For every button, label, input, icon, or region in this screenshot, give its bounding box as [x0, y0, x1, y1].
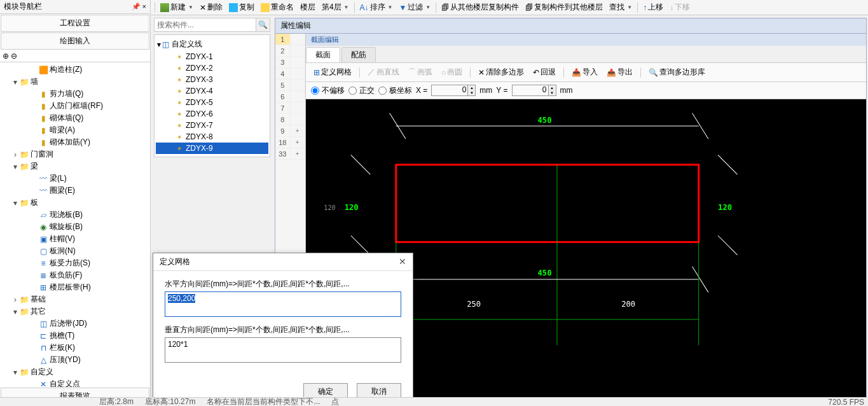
tree-item[interactable]: ▮砌体加筋(Y)	[0, 136, 150, 148]
draw-arc-button[interactable]: ⌒画弧	[406, 66, 435, 79]
nav-section-draw-input[interactable]: 绘图输入	[1, 32, 149, 50]
tree-item[interactable]: ▮人防门框墙(RF)	[0, 100, 150, 112]
tree-item[interactable]: ✕自定义点	[0, 378, 150, 387]
filter-button[interactable]: ▼过滤▼	[396, 1, 433, 14]
tree-item[interactable]: ⊞楼层板带(H)	[0, 281, 150, 293]
row-number[interactable]: 6	[275, 91, 305, 102]
draw-line-button[interactable]: ／画直线	[365, 66, 402, 79]
row-number[interactable]: 1	[275, 34, 305, 45]
comp-item[interactable]: ✶ZDYX-4	[156, 85, 268, 97]
delete-button[interactable]: ✕删除	[197, 1, 225, 14]
tree-item[interactable]: ≡板受力筋(S)	[0, 257, 150, 269]
comp-item[interactable]: ✶ZDYX-1	[156, 51, 268, 62]
tree-item[interactable]: ◫后浇带(JD)	[0, 318, 150, 330]
sort-button[interactable]: A↓排序▼	[357, 1, 396, 14]
draw-circle-button[interactable]: ○画圆	[439, 66, 465, 79]
row-number[interactable]: 18+	[275, 137, 305, 148]
tree-item[interactable]: ⊓栏板(K)	[0, 342, 150, 354]
tree-item[interactable]: ▾📁墙	[0, 76, 150, 88]
dim-top: 450	[538, 116, 552, 125]
tree-item[interactable]: ⊏挑檐(T)	[0, 330, 150, 342]
query-polygon-lib-button[interactable]: 🔍 查询多边形库	[646, 66, 708, 79]
import-button[interactable]: 📥 导入	[569, 66, 600, 79]
tree-item[interactable]: △压顶(YD)	[0, 354, 150, 366]
tree-item[interactable]: ▮剪力墙(Q)	[0, 88, 150, 100]
tree-item[interactable]: 〰梁(L)	[0, 172, 150, 185]
search-button[interactable]: 🔍	[256, 18, 270, 31]
row-number[interactable]: 9+	[275, 125, 305, 137]
export-button[interactable]: 📤 导出	[604, 66, 635, 79]
comp-item[interactable]: ✶ZDYX-6	[156, 108, 268, 120]
comp-item[interactable]: ✶ZDYX-5	[156, 97, 268, 108]
move-up-button[interactable]: ↑上移	[640, 1, 666, 14]
comp-item[interactable]: ✶ZDYX-9	[156, 143, 268, 154]
comp-item[interactable]: ✶ZDYX-3	[156, 74, 268, 85]
copy-from-icon: 🗐	[441, 3, 449, 12]
nav-section-project-settings[interactable]: 工程设置	[1, 15, 149, 32]
section-tabs: 截面 配筋	[306, 46, 866, 62]
v-spacing-input[interactable]: 120*1	[165, 337, 401, 363]
radio-polar[interactable]: 极坐标	[378, 85, 412, 96]
copy-from-floor-button[interactable]: 🗐从其他楼层复制构件	[439, 1, 521, 14]
tree-item[interactable]: ▱现浇板(B)	[0, 209, 150, 221]
x-input[interactable]: 0▲▼	[431, 85, 476, 96]
radio-no-offset[interactable]: 不偏移	[311, 85, 345, 96]
dim-split-1: 250	[467, 300, 481, 309]
row-number[interactable]: 2	[275, 45, 305, 57]
tree-item[interactable]: ▾📁其它	[0, 305, 150, 318]
row-number[interactable]: 8	[275, 114, 305, 125]
tree-item[interactable]: ›📁门窗洞	[0, 148, 150, 160]
tree-item[interactable]: 🟧构造柱(Z)	[0, 64, 150, 76]
copy-to-floor-button[interactable]: 🗐复制构件到其他楼层	[523, 1, 605, 14]
row-number[interactable]: 33+	[275, 148, 305, 160]
tree-item[interactable]: ▮砌体墙(Q)	[0, 112, 150, 124]
nav-panel-pin-close[interactable]: 📌 ×	[132, 3, 146, 11]
tree-item[interactable]: ◉螺旋板(B)	[0, 221, 150, 233]
tab-rebar[interactable]: 配筋	[341, 47, 376, 62]
find-button[interactable]: 查找▼	[607, 1, 635, 14]
status-fps: 720.5 FPS	[828, 398, 864, 407]
tree-item[interactable]: ▢板洞(N)	[0, 245, 150, 257]
undo-button[interactable]: ↶ 回退	[530, 66, 558, 79]
section-toolbar-2: 不偏移 正交 极坐标 X = 0▲▼ mm Y = 0▲▼ mm	[306, 82, 866, 99]
new-button[interactable]: 新建▼	[158, 1, 196, 14]
tree-item[interactable]: ▾📁板	[0, 197, 150, 209]
collapse-icon[interactable]: ⊖	[11, 52, 17, 60]
clear-icon: ✕	[478, 68, 485, 77]
up-icon: ↑	[643, 3, 647, 12]
row-number[interactable]: 4	[275, 68, 305, 80]
row-number[interactable]: 3	[275, 57, 305, 68]
row-number[interactable]: 7	[275, 102, 305, 114]
comp-item[interactable]: ✶ZDYX-2	[156, 62, 268, 74]
y-unit: mm	[560, 86, 573, 95]
floor-dropdown[interactable]: 第4层▼	[319, 1, 352, 14]
comp-tree-root[interactable]: ▾ ◫自定义线	[156, 38, 268, 51]
copy-button[interactable]: 复制	[226, 1, 257, 14]
h-spacing-input[interactable]: 250,200	[165, 291, 401, 317]
comp-item[interactable]: ✶ZDYX-7	[156, 120, 268, 131]
tree-item[interactable]: ▮暗梁(A)	[0, 124, 150, 136]
rename-button[interactable]: 重命名	[258, 1, 296, 14]
y-input[interactable]: 0▲▼	[512, 85, 556, 96]
h-spacing-label: 水平方向间距(mm)=>间距*个数,间距,间距*个数,间距,...	[165, 279, 401, 290]
search-input[interactable]	[155, 18, 256, 31]
tree-item[interactable]: ≣板负筋(F)	[0, 269, 150, 281]
dialog-titlebar: 定义网格 ✕	[153, 253, 413, 271]
tree-item[interactable]: ▣柱帽(V)	[0, 233, 150, 245]
dialog-close-button[interactable]: ✕	[399, 256, 406, 267]
expand-icon[interactable]: ⊕	[3, 52, 9, 60]
x-unit: mm	[479, 86, 492, 95]
row-number[interactable]: 5	[275, 80, 305, 91]
clear-polygon-button[interactable]: ✕ 清除多边形	[476, 66, 527, 79]
tree-item[interactable]: ▾📁自定义	[0, 366, 150, 378]
comp-item[interactable]: ✶ZDYX-8	[156, 131, 268, 143]
radio-ortho[interactable]: 正交	[348, 85, 375, 96]
x-label: X =	[416, 86, 427, 95]
define-grid-button[interactable]: ⊞ 定义网格	[311, 66, 354, 79]
tree-item[interactable]: ▾📁梁	[0, 160, 150, 172]
tree-item[interactable]: ›📁基础	[0, 293, 150, 305]
tab-section[interactable]: 截面	[306, 47, 340, 62]
tree-item[interactable]: 〰圈梁(E)	[0, 185, 150, 197]
undo-icon: ↶	[533, 68, 539, 77]
filter-icon: ▼	[399, 3, 406, 12]
